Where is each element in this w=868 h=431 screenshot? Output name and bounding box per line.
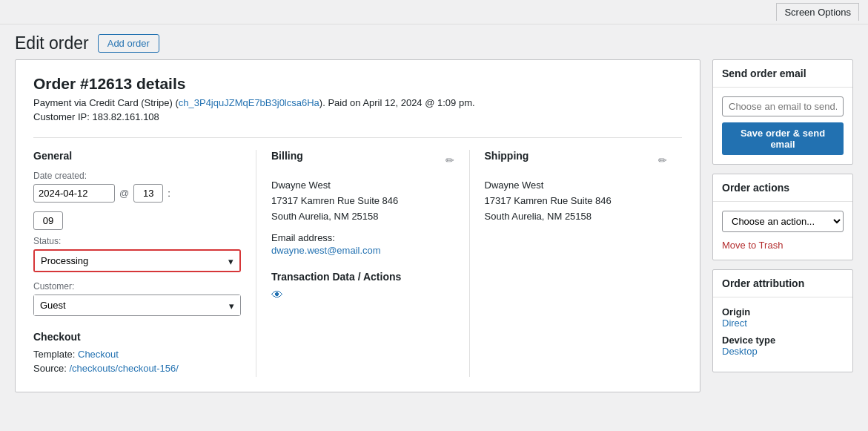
add-order-button[interactable]: Add order: [98, 34, 159, 53]
attribution-device-row: Device type Desktop: [722, 335, 844, 357]
main-layout: Order #12613 details Payment via Credit …: [0, 59, 868, 407]
status-section: Status: Pending payment Processing On ho…: [33, 236, 241, 272]
status-label: Status:: [33, 236, 241, 246]
checkout-template-row: Template: Checkout: [33, 349, 241, 360]
checkout-source-row: Source: /checkouts/checkout-156/: [33, 363, 241, 374]
send-order-email-body: Save order & send email: [713, 88, 852, 164]
send-order-email-title: Send order email: [713, 60, 852, 88]
status-select-wrap: Pending payment Processing On hold Compl…: [33, 249, 241, 272]
order-attribution-box: Order attribution Origin Direct Device t…: [712, 269, 853, 372]
shipping-address2: South Aurelia, NM 25158: [485, 211, 592, 222]
order-actions-box: Order actions Choose an action... Move t…: [712, 174, 853, 260]
order-actions-body: Choose an action... Move to Trash: [713, 202, 852, 260]
hour-input[interactable]: [133, 184, 163, 203]
shipping-edit-icon[interactable]: ✏: [658, 154, 667, 166]
checkout-template-label: Template:: [33, 349, 75, 360]
order-attribution-title: Order attribution: [713, 270, 852, 297]
billing-address1: 17317 Kamren Rue Suite 846: [271, 195, 398, 206]
transaction-section: Transaction Data / Actions 👁: [271, 271, 454, 302]
order-action-select[interactable]: Choose an action...: [722, 211, 844, 232]
save-order-send-email-button[interactable]: Save order & send email: [722, 122, 844, 155]
attribution-device-label: Device type: [722, 335, 844, 346]
shipping-name: Dwayne West: [485, 180, 668, 191]
checkout-section: Checkout Template: Checkout Source: /che…: [33, 331, 241, 374]
section-shipping: Shipping ✏ Dwayne West 17317 Kamren Rue …: [469, 150, 683, 377]
move-to-trash-link[interactable]: Move to Trash: [722, 240, 783, 251]
section-billing: Billing ✏ Dwayne West 17317 Kamren Rue S…: [256, 150, 469, 377]
customer-section: Customer: Guest ▾: [33, 281, 241, 316]
colon-separator: :: [168, 188, 170, 199]
section-general: General Date created: @ : Status: Pendin…: [33, 150, 256, 377]
billing-name: Dwayne West: [271, 180, 454, 191]
billing-email: dwayne.west@email.com: [271, 245, 454, 256]
page-title: Edit order: [15, 33, 89, 53]
customer-label: Customer:: [33, 281, 241, 292]
customer-ip: Customer IP: 183.82.161.108: [33, 111, 682, 122]
billing-email-link[interactable]: dwayne.west@email.com: [271, 245, 381, 256]
customer-select-wrap: Guest ▾: [33, 295, 241, 316]
order-title: Order #12613 details: [33, 75, 682, 93]
attribution-origin-value: Direct: [722, 318, 844, 329]
shipping-address: 17317 Kamren Rue Suite 846 South Aurelia…: [485, 194, 668, 225]
top-bar: Screen Options: [0, 0, 868, 24]
checkout-section-title: Checkout: [33, 331, 241, 343]
attribution-device-value: Desktop: [722, 346, 844, 357]
date-created-label: Date created:: [33, 171, 241, 181]
billing-section-title: Billing: [271, 150, 303, 162]
minute-input[interactable]: [33, 211, 63, 230]
attribution-origin-label: Origin: [722, 306, 844, 318]
payment-link[interactable]: ch_3P4jquJZMqE7bB3j0lcsa6Ha: [179, 97, 319, 108]
order-attribution-body: Origin Direct Device type Desktop: [713, 297, 852, 372]
billing-edit-icon[interactable]: ✏: [445, 154, 454, 166]
attribution-origin-row: Origin Direct: [722, 306, 844, 329]
customer-select[interactable]: Guest: [34, 295, 240, 315]
general-section-title: General: [33, 150, 241, 162]
shipping-section-header: Shipping ✏: [485, 150, 668, 171]
transaction-eye-icon[interactable]: 👁: [271, 289, 283, 301]
status-select[interactable]: Pending payment Processing On hold Compl…: [35, 251, 239, 271]
payment-meta-prefix: Payment via Credit Card (Stripe) (: [33, 97, 179, 108]
order-actions-title: Order actions: [713, 174, 852, 202]
checkout-source-label: Source:: [33, 363, 67, 374]
at-symbol: @: [119, 188, 129, 199]
screen-options-button[interactable]: Screen Options: [776, 3, 859, 21]
sections-grid: General Date created: @ : Status: Pendin…: [33, 137, 682, 377]
shipping-address1: 17317 Kamren Rue Suite 846: [485, 195, 612, 206]
payment-meta-suffix: ). Paid on April 12, 2024 @ 1:09 pm.: [319, 97, 475, 108]
transaction-title: Transaction Data / Actions: [271, 271, 454, 283]
order-payment-meta: Payment via Credit Card (Stripe) (ch_3P4…: [33, 97, 682, 108]
billing-address2: South Aurelia, NM 25158: [271, 211, 379, 222]
main-content: Order #12613 details Payment via Credit …: [15, 59, 700, 392]
date-input[interactable]: [33, 184, 115, 203]
checkout-source-link[interactable]: /checkouts/checkout-156/: [69, 363, 178, 374]
email-to-send-input[interactable]: [722, 96, 844, 116]
send-order-email-box: Send order email Save order & send email: [712, 59, 853, 165]
date-row: @ :: [33, 184, 241, 203]
billing-section-header: Billing ✏: [271, 150, 454, 171]
shipping-section-title: Shipping: [485, 150, 529, 162]
page-header: Edit order Add order: [0, 24, 868, 59]
checkout-template-link[interactable]: Checkout: [78, 349, 119, 360]
sidebar: Send order email Save order & send email…: [712, 59, 853, 392]
billing-email-label: Email address:: [271, 232, 454, 243]
billing-address: 17317 Kamren Rue Suite 846 South Aurelia…: [271, 194, 454, 225]
